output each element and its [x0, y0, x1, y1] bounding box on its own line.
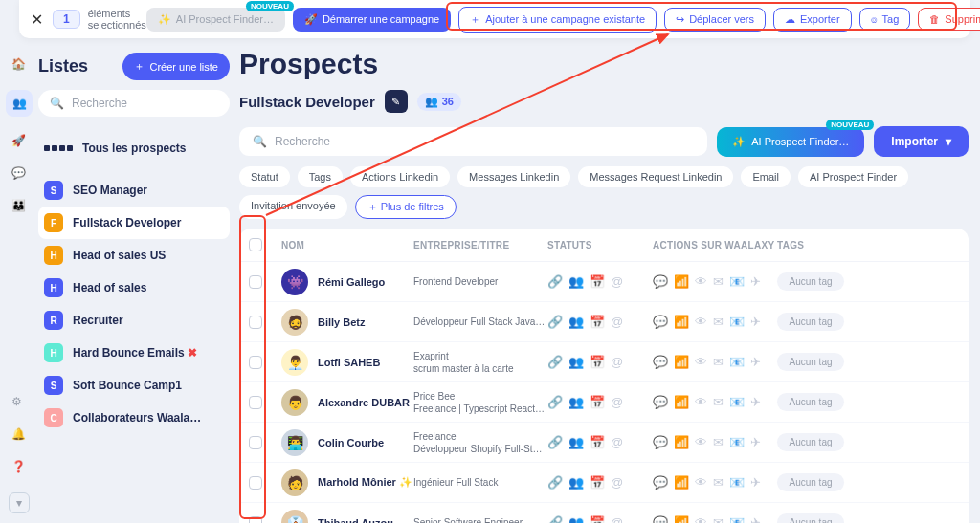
selection-count: 1 — [53, 10, 80, 29]
action-icons: 💬📶👁✉📧✈ — [653, 475, 777, 490]
prospect-name: Rémi Gallego — [318, 276, 413, 288]
more-filters-button[interactable]: ＋ Plus de filtres — [355, 195, 457, 219]
sidebar-list-item[interactable]: CCollaborateurs Waala… — [38, 402, 230, 434]
row-checkbox[interactable] — [249, 275, 262, 289]
status-icons: 🔗👥📅@ — [547, 515, 653, 523]
select-all-checkbox[interactable] — [249, 238, 262, 251]
create-list-button[interactable]: ＋ Créer une liste — [122, 53, 230, 80]
sidebar-list-item[interactable]: FFullstack Developer — [38, 207, 230, 239]
filter-chip[interactable]: Statut — [239, 166, 290, 187]
row-checkbox[interactable] — [249, 516, 262, 524]
nav-rail-bottom: ⚙ 🔔 ❓ ▾ — [0, 385, 38, 513]
tag-pill[interactable]: Aucun tag — [777, 353, 844, 371]
tag-pill[interactable]: Aucun tag — [777, 393, 844, 411]
main-panel: Prospects Fullstack Developer ✎ 👥 36 🔍Re… — [239, 48, 969, 523]
ai-finder-button-disabled: ✨ AI Prospect Finder… NOUVEAU — [146, 8, 285, 32]
notifications-icon[interactable]: 🔔 — [11, 427, 27, 443]
filter-chip[interactable]: Email — [741, 166, 791, 187]
action-icons: 💬📶👁✉📧✈ — [653, 355, 777, 369]
row-checkbox[interactable] — [249, 396, 262, 409]
tag-pill[interactable]: Aucun tag — [777, 433, 844, 451]
filter-chip[interactable]: Messages Request Linkedin — [578, 166, 733, 187]
list-icon: C — [44, 408, 63, 427]
collapse-icon[interactable]: ▾ — [9, 492, 30, 513]
table-row[interactable]: 👨Alexandre DUBARPrice BeeFreelance | Typ… — [239, 382, 969, 423]
filter-chip[interactable]: Actions Linkedin — [350, 166, 450, 187]
tag-pill[interactable]: Aucun tag — [777, 513, 844, 523]
row-checkbox[interactable] — [249, 356, 262, 369]
company-title: Ingénieur Full Stack — [413, 476, 547, 489]
action-icons: 💬📶👁✉📧✈ — [653, 274, 777, 289]
tag-pill[interactable]: Aucun tag — [777, 473, 844, 491]
all-prospects-item[interactable]: Tous les prospects — [38, 134, 230, 163]
settings-icon[interactable]: ⚙ — [11, 395, 27, 410]
team-icon[interactable]: 👪 — [11, 199, 27, 214]
import-button[interactable]: Importer ▾ — [874, 126, 969, 157]
avatar: 👾 — [281, 269, 308, 295]
action-icons: 💬📶👁✉📧✈ — [653, 395, 777, 409]
action-icons: 💬📶👁✉📧✈ — [653, 515, 777, 523]
table-row[interactable]: 👨‍💻Colin CourbeFreelanceDéveloppeur Shop… — [239, 423, 969, 463]
selection-label: éléments selectionnés — [88, 8, 146, 31]
row-checkbox[interactable] — [249, 316, 262, 329]
close-icon[interactable]: ✕ — [31, 11, 43, 29]
status-icons: 🔗👥📅@ — [547, 315, 653, 329]
help-icon[interactable]: ❓ — [11, 460, 27, 475]
tag-button[interactable]: ⌾ Tag — [859, 8, 911, 31]
home-icon[interactable]: 🏠 — [11, 57, 27, 73]
avatar: 🧑 — [281, 469, 308, 496]
filter-chip[interactable]: Tags — [298, 166, 343, 187]
prospect-name: Billy Betz — [318, 316, 413, 328]
sidebar-title: Listes — [38, 56, 88, 76]
company-title: Price BeeFreelance | Typescript ReactJ… — [413, 390, 547, 415]
selection-toolbar: ✕ 1 éléments selectionnés ✨ AI Prospect … — [19, 0, 970, 38]
filter-chip[interactable]: Invitation envoyée — [239, 195, 347, 219]
list-label: SEO Manager — [73, 184, 147, 197]
start-campaign-button[interactable]: 🚀 Démarrer une campagne — [293, 8, 451, 32]
list-name: Fullstack Developer — [239, 94, 375, 110]
prospects-table: NOM ENTREPRISE/TITRE STATUTS ACTIONS SUR… — [239, 229, 969, 523]
table-row[interactable]: 👾Rémi GallegoFrontend Developer🔗👥📅@💬📶👁✉📧… — [239, 262, 969, 302]
campaigns-icon[interactable]: 🚀 — [11, 134, 27, 149]
table-row[interactable]: 🧔Billy BetzDéveloppeur Full Stack Javas…… — [239, 302, 969, 342]
sidebar-list-item[interactable]: HHard Bounce Emails ✖ — [38, 337, 230, 369]
status-icons: 🔗👥📅@ — [547, 274, 653, 289]
row-checkbox[interactable] — [249, 436, 262, 449]
main-search[interactable]: 🔍Recherche — [239, 127, 707, 156]
edit-list-button[interactable]: ✎ — [385, 90, 408, 113]
tag-pill[interactable]: Aucun tag — [777, 272, 844, 291]
export-button[interactable]: ☁ Exporter — [773, 8, 852, 32]
status-icons: 🔗👥📅@ — [547, 395, 653, 409]
sidebar-search[interactable]: 🔍 Recherche — [38, 90, 230, 117]
list-icon: H — [44, 278, 63, 297]
filter-chip[interactable]: Messages Linkedin — [457, 166, 570, 187]
filter-chip[interactable]: AI Prospect Finder — [798, 166, 908, 187]
company-title: Exaprintscrum master à la carte — [413, 350, 547, 375]
table-row[interactable]: 👔Thibaud AuzouSenior Software Engineer🔗👥… — [239, 503, 969, 523]
company-title: Senior Software Engineer — [413, 516, 547, 523]
ai-finder-button[interactable]: ✨ AI Prospect Finder… NOUVEAU — [717, 127, 864, 157]
delete-button[interactable]: 🗑 Supprimer — [918, 8, 980, 31]
chat-icon[interactable]: 💬 — [11, 166, 27, 182]
action-icons: 💬📶👁✉📧✈ — [653, 435, 777, 449]
move-to-button[interactable]: ↪ Déplacer vers — [664, 8, 766, 32]
sidebar-list-item[interactable]: SSoft Bounce Camp1 — [38, 369, 230, 402]
tag-pill[interactable]: Aucun tag — [777, 313, 844, 331]
prospect-name: Marhold Mônier ✨ — [318, 476, 413, 489]
sidebar-list-item[interactable]: SSEO Manager — [38, 174, 230, 207]
status-icons: 🔗👥📅@ — [547, 475, 653, 490]
sidebar-list-item[interactable]: RRecruiter — [38, 304, 230, 337]
row-checkbox[interactable] — [249, 476, 262, 490]
list-icon: S — [44, 376, 63, 395]
sidebar-list-item[interactable]: HHead of sales — [38, 272, 230, 304]
sidebar-list-item[interactable]: HHead of sales US — [38, 239, 230, 272]
table-row[interactable]: 👨‍💼Lotfi SAHEBExaprintscrum master à la … — [239, 342, 969, 382]
table-row[interactable]: 🧑Marhold Mônier ✨Ingénieur Full Stack🔗👥📅… — [239, 463, 969, 503]
add-to-campaign-button[interactable]: ＋ Ajouter à une campagne existante — [458, 7, 657, 33]
col-tags: TAGS — [777, 240, 844, 251]
list-label: Recruiter — [73, 314, 123, 327]
status-icons: 🔗👥📅@ — [547, 355, 653, 369]
search-icon: 🔍 — [50, 97, 64, 110]
prospects-icon[interactable]: 👥 — [6, 90, 33, 117]
col-company: ENTREPRISE/TITRE — [413, 240, 547, 251]
